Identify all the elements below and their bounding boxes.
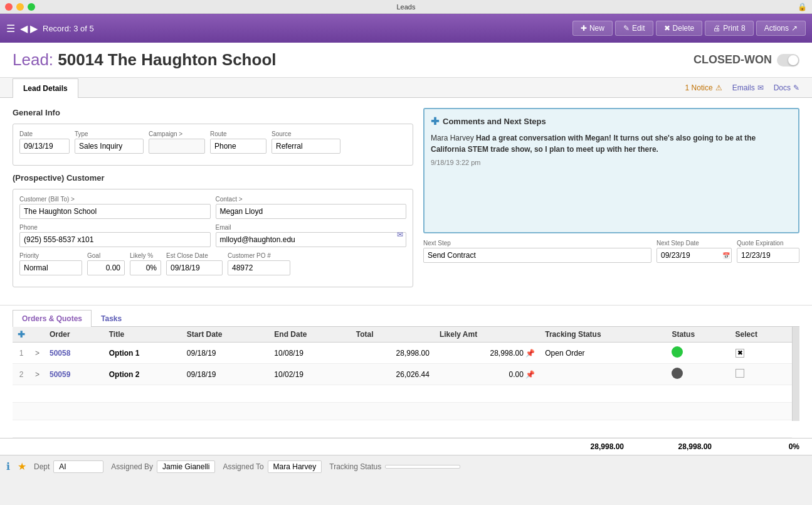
docs-link[interactable]: Docs ✎ (774, 83, 799, 92)
assigned-to-value[interactable]: Mara Harvey (268, 460, 322, 473)
quote-exp-field: Quote Expiration 12/23/19 (737, 240, 799, 263)
edit-icon: ✎ (623, 24, 630, 33)
assigned-by-field: Assigned By Jamie Gianelli (111, 460, 215, 473)
minimize-button[interactable] (16, 3, 24, 11)
campaign-value[interactable] (149, 139, 205, 154)
customer-field: Customer (Bill To) > The Haughton School (19, 196, 211, 219)
type-field: Type Sales Inquiry (75, 130, 144, 154)
source-field: Source Referral (272, 130, 340, 154)
lead-header: Lead: 50014 The Haughton School CLOSED-W… (0, 43, 812, 78)
checkbox-empty-2[interactable] (736, 369, 744, 378)
row-arrow-1[interactable]: > (30, 343, 45, 364)
next-step-value[interactable]: Send Contract (423, 248, 651, 263)
startdate-2: 09/18/19 (182, 364, 269, 385)
route-value[interactable]: Phone (210, 139, 266, 154)
actions-button[interactable]: Actions ↗ (756, 21, 806, 36)
next-step-date-value[interactable]: 09/23/19 📅 (656, 248, 732, 263)
general-info-row: Date 09/13/19 Type Sales Inquiry Campaig… (19, 130, 406, 154)
dept-label: Dept (34, 462, 50, 471)
email-value[interactable]: mlloyd@haughton.edu ✉ (216, 232, 407, 247)
notice-link[interactable]: 1 Notice ⚠ (685, 83, 722, 92)
date-value[interactable]: 09/13/19 (19, 139, 70, 154)
select-1[interactable]: ✖ (730, 343, 793, 364)
customer-value[interactable]: The Haughton School (19, 204, 211, 219)
print-button[interactable]: 🖨 Print 8 (705, 21, 753, 36)
calendar-icon[interactable]: 📅 (722, 252, 730, 259)
comments-plus-icon: ✚ (431, 115, 439, 127)
forward-arrow-icon[interactable]: ▶ (30, 23, 38, 35)
new-icon: ✚ (581, 24, 587, 33)
tabs-row: Lead Details 1 Notice ⚠ Emails ✉ Docs ✎ (0, 78, 812, 98)
date-field: Date 09/13/19 (19, 130, 70, 154)
toolbar-left: ☰ ◀ ▶ Record: 3 of 5 (6, 23, 567, 35)
route-field: Route Phone (210, 130, 266, 154)
close-button[interactable] (5, 3, 13, 11)
custpo-value[interactable]: 48972 (228, 260, 290, 275)
tracking-status-value[interactable] (385, 465, 460, 469)
back-arrow-icon[interactable]: ◀ (20, 23, 28, 35)
comments-header: ✚ Comments and Next Steps (431, 115, 792, 127)
emails-link[interactable]: Emails ✉ (732, 83, 764, 92)
info-icon[interactable]: ℹ (6, 460, 10, 472)
totals-row: 28,998.00 28,998.00 0% (0, 438, 812, 455)
general-info-section: Date 09/13/19 Type Sales Inquiry Campaig… (13, 124, 413, 166)
edit-button[interactable]: ✎ Edit (615, 21, 653, 36)
customer-section: Customer (Bill To) > The Haughton School… (13, 189, 413, 287)
next-step-field: Next Step Send Contract (423, 240, 651, 263)
dept-value[interactable]: AI (53, 460, 103, 473)
select-2[interactable] (730, 364, 793, 385)
priority-value[interactable]: Normal (19, 260, 82, 275)
type-value[interactable]: Sales Inquiry (75, 139, 144, 154)
quote-exp-value[interactable]: 12/23/19 (737, 248, 799, 263)
tab-lead-details[interactable]: Lead Details (13, 78, 78, 98)
scroll-bar[interactable] (792, 327, 799, 421)
empty-row (13, 403, 792, 420)
actions-icon: ↗ (791, 24, 798, 33)
estclose-value[interactable]: 09/18/19 (166, 260, 223, 275)
status-toggle[interactable] (777, 54, 799, 66)
next-step-date-field: Next Step Date 09/23/19 📅 (656, 240, 732, 263)
assigned-by-value[interactable]: Jamie Gianelli (157, 460, 215, 473)
delete-button[interactable]: ✖ Delete (656, 21, 703, 36)
assigned-to-field: Assigned To Mara Harvey (223, 460, 322, 473)
status-1[interactable] (667, 343, 730, 364)
tabs-right: 1 Notice ⚠ Emails ✉ Docs ✎ (685, 83, 799, 92)
contact-value[interactable]: Megan Lloyd (216, 204, 407, 219)
phone-value[interactable]: (925) 555-8537 x101 (19, 232, 211, 247)
sub-tab-tasks[interactable]: Tasks (92, 310, 131, 327)
sub-tab-orders-quotes[interactable]: Orders & Quotes (13, 310, 92, 327)
source-value[interactable]: Referral (272, 139, 340, 154)
closed-won-badge: CLOSED-WON (693, 53, 799, 66)
pin-icon-1[interactable]: 📌 (525, 349, 535, 358)
order-link-2[interactable]: 50059 (50, 370, 70, 379)
comments-title: Comments and Next Steps (443, 117, 546, 126)
pin-icon-2[interactable]: 📌 (525, 370, 535, 379)
percent-sum: 0% (737, 442, 799, 451)
menu-icon[interactable]: ☰ (6, 23, 15, 35)
left-panel: General Info Date 09/13/19 Type Sales In… (13, 108, 413, 295)
docs-icon: ✎ (793, 83, 799, 92)
status-2[interactable] (667, 364, 730, 385)
goal-value[interactable]: 0.00 (87, 260, 125, 275)
add-order-header: ✚ (13, 327, 30, 343)
likely-value[interactable]: 0% (130, 260, 161, 275)
closed-won-text: CLOSED-WON (693, 53, 772, 66)
general-info-title: General Info (13, 108, 413, 117)
status-green-circle-1 (672, 346, 683, 358)
total-sum: 28,998.00 (561, 442, 624, 451)
assigned-by-label: Assigned By (111, 462, 153, 471)
maximize-button[interactable] (28, 3, 35, 11)
table-row: 2 > 50059 Option 2 09/18/19 10/02/19 26,… (13, 364, 792, 385)
star-icon[interactable]: ★ (18, 460, 26, 472)
new-button[interactable]: ✚ New (572, 21, 613, 36)
email-send-icon[interactable]: ✉ (397, 230, 403, 239)
order-link-1[interactable]: 50058 (50, 349, 70, 358)
window-title: Leads (397, 3, 416, 11)
checkbox-x-1[interactable]: ✖ (736, 349, 744, 358)
order-col-header: Order (45, 327, 104, 343)
tracking-status-label: Tracking Status (329, 462, 381, 471)
row-arrow-2[interactable]: > (30, 364, 45, 385)
next-step-row: Next Step Send Contract Next Step Date 0… (423, 240, 799, 263)
add-order-button[interactable]: ✚ (18, 329, 25, 339)
custpo-field: Customer PO # 48972 (228, 252, 290, 275)
